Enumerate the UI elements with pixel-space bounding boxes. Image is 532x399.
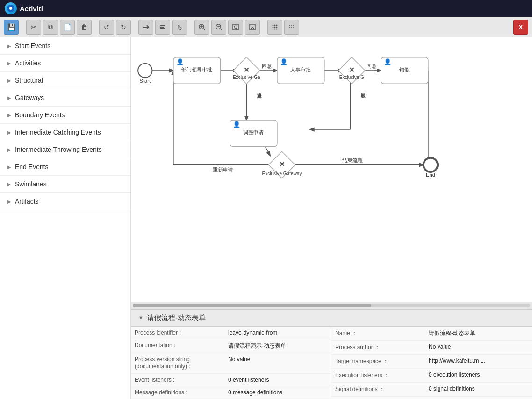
snap-button[interactable] — [267, 20, 282, 35]
sidebar-item-end-events[interactable]: ▶ End Events — [0, 158, 130, 176]
sidebar-item-gateways[interactable]: ▶ Gateways — [0, 89, 130, 107]
chevron-right-icon: ▶ — [7, 43, 11, 49]
prop-label-identifier: Process identifier : — [131, 327, 224, 339]
main-layout: ▶ Start Events ▶ Activities ▶ Structural… — [0, 37, 532, 399]
sidebar-item-intermediate-throwing[interactable]: ▶ Intermediate Throwing Events — [0, 141, 130, 158]
zoom-reset-button[interactable] — [245, 20, 260, 35]
start-event-circle — [138, 64, 152, 78]
prop-value-version: No value — [224, 353, 331, 374]
hand-button[interactable] — [172, 20, 187, 35]
close-button[interactable]: X — [513, 20, 528, 35]
svg-point-20 — [273, 26, 274, 28]
undo-button[interactable]: ↺ — [99, 20, 114, 35]
svg-point-24 — [274, 28, 276, 29]
canvas-area: Start 👤 部门领导审批 ✕ Exclusive Ga 决定返回 同意 👤 … — [131, 37, 532, 399]
sidebar-item-label: Activities — [15, 59, 41, 67]
diagram-canvas[interactable]: Start 👤 部门领导审批 ✕ Exclusive Ga 决定返回 同意 👤 … — [131, 37, 532, 302]
flow-label-agree2: 同意 — [367, 63, 377, 69]
svg-line-10 — [220, 28, 222, 30]
delete-button[interactable]: 🗑 — [77, 20, 92, 35]
prop-value-doc: 请假流程演示-动态表单 — [224, 339, 331, 353]
canvas-scrollbar[interactable] — [131, 302, 532, 309]
prop-row-6: Event listeners : 0 event listeners — [131, 374, 331, 386]
svg-point-13 — [234, 26, 237, 28]
svg-rect-4 — [160, 28, 165, 29]
sidebar-item-start-events[interactable]: ▶ Start Events — [0, 37, 130, 55]
connect-button[interactable] — [138, 20, 153, 35]
properties-right-col: Name ： 请假流程-动态表单 Process author ： No val… — [331, 327, 532, 399]
sidebar-item-label: Structural — [15, 77, 43, 84]
gateway2-x: ✕ — [349, 66, 355, 74]
task4-user-icon: 👤 — [233, 121, 241, 128]
sidebar-item-structural[interactable]: ▶ Structural — [0, 72, 130, 89]
scrollbar-track — [133, 304, 530, 307]
task4-label: 调整申请 — [243, 129, 264, 135]
prop-row-2: Documentation : 请假流程演示-动态表单 — [131, 339, 331, 353]
save-button[interactable]: 💾 — [4, 20, 19, 35]
chevron-right-icon: ▶ — [7, 199, 11, 204]
scrollbar-thumb[interactable] — [133, 304, 371, 307]
sidebar-item-activities[interactable]: ▶ Activities — [0, 55, 130, 72]
redo-button[interactable]: ↻ — [116, 20, 131, 35]
svg-point-19 — [276, 24, 278, 26]
app-title: Activiti — [20, 5, 43, 13]
align-button[interactable] — [155, 20, 170, 35]
chevron-right-icon: ▶ — [7, 113, 11, 118]
sidebar-item-label: Boundary Events — [15, 111, 65, 119]
sidebar-item-label: Start Events — [15, 42, 50, 50]
sidebar: ▶ Start Events ▶ Activities ▶ Structural… — [0, 37, 131, 399]
prop-label-author: Process author ： — [331, 341, 425, 355]
gateway1-x: ✕ — [244, 66, 250, 74]
svg-point-22 — [276, 26, 278, 28]
zoom-fit-button[interactable] — [228, 20, 243, 35]
app-header: Activiti — [0, 0, 532, 17]
svg-point-25 — [276, 28, 278, 29]
sidebar-item-intermediate-catching[interactable]: ▶ Intermediate Catching Events — [0, 124, 130, 141]
copy-button[interactable]: ⧉ — [43, 20, 58, 35]
prop-value-target-ns: http://www.kafeitu.m ... — [425, 355, 532, 369]
properties-grid: Process identifier : leave-dynamic-from … — [131, 327, 532, 399]
svg-rect-3 — [160, 27, 164, 28]
sidebar-item-label: Gateways — [15, 94, 44, 101]
app-logo: Activiti — [5, 2, 43, 14]
prop-label-target-ns: Target namespace ： — [331, 355, 425, 369]
end-event-circle — [424, 158, 438, 172]
task1-user-icon: 👤 — [176, 58, 184, 66]
zoom-in-button[interactable] — [194, 20, 209, 35]
chevron-right-icon: ▶ — [7, 61, 11, 66]
zoom-out-button[interactable] — [211, 20, 226, 35]
properties-header[interactable]: ▼ 请假流程-动态表单 — [131, 310, 532, 327]
flow-label-agree1: 同意 — [262, 63, 272, 69]
sidebar-item-artifacts[interactable]: ▶ Artifacts — [0, 193, 130, 210]
snap2-button[interactable] — [284, 20, 299, 35]
paste-button[interactable]: 📄 — [60, 20, 75, 35]
prop-row-3: Process version string (documentation on… — [131, 353, 331, 374]
prop-value-message-def: 0 message definitions — [224, 386, 331, 399]
prop-label-doc: Documentation : — [131, 339, 224, 353]
flow-label-retry: 重新申请 — [213, 167, 233, 172]
prop-value-author: No value — [425, 341, 532, 355]
prop-row-r3: Target namespace ： http://www.kafeitu.m … — [331, 355, 532, 369]
cut-button[interactable]: ✂ — [26, 20, 41, 35]
sidebar-item-swimlanes[interactable]: ▶ Swimlanes — [0, 176, 130, 193]
sidebar-item-label: Artifacts — [15, 198, 39, 205]
end-event-label: End — [426, 172, 435, 178]
chevron-right-icon: ▶ — [7, 78, 11, 83]
task2-user-icon: 👤 — [280, 58, 288, 66]
prop-value-signal-def: 0 signal definitions — [425, 383, 532, 397]
gateway3-label: Exclusive Gateway — [262, 171, 302, 176]
properties-panel: ▼ 请假流程-动态表单 Process identifier : leave-d… — [131, 309, 532, 399]
svg-point-23 — [273, 28, 274, 29]
sidebar-item-label: Swimlanes — [15, 180, 47, 188]
start-event-label: Start — [140, 78, 151, 84]
diagram-svg: Start 👤 部门领导审批 ✕ Exclusive Ga 决定返回 同意 👤 … — [131, 37, 532, 302]
svg-point-18 — [274, 24, 276, 26]
svg-line-6 — [203, 28, 205, 30]
prop-row-r2: Process author ： No value — [331, 341, 532, 355]
task2-label: 人事审批 — [290, 67, 311, 72]
sidebar-item-boundary-events[interactable]: ▶ Boundary Events — [0, 107, 130, 124]
toolbar: 💾 ✂ ⧉ 📄 🗑 ↺ ↻ X — [0, 17, 532, 37]
prop-value-exec-listeners: 0 execution listeners — [425, 369, 532, 383]
properties-title: 请假流程-动态表单 — [147, 314, 206, 322]
svg-rect-2 — [160, 25, 165, 26]
